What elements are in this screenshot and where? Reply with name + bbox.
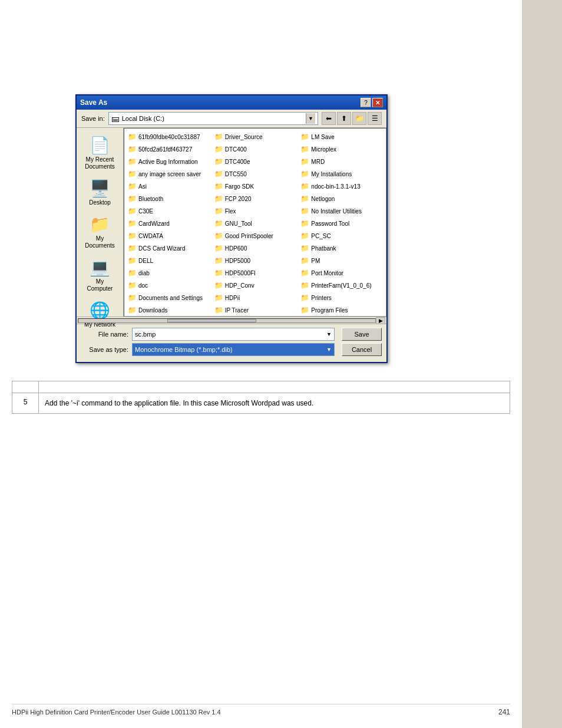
nav-desktop[interactable]: 🖥️ Desktop <box>80 176 121 209</box>
title-buttons: ? ✕ <box>361 98 383 107</box>
list-item[interactable]: 📁Port Monitor <box>299 267 384 279</box>
footer-buttons-2: Cancel <box>342 343 382 356</box>
list-item[interactable]: 📁Flex <box>213 205 297 217</box>
folder-icon: 📁 <box>300 195 309 203</box>
folder-icon: 📁 <box>128 256 137 265</box>
list-item[interactable]: 📁MRD <box>299 156 384 167</box>
folder-icon: 📁 <box>300 182 309 190</box>
nav-recent-docs[interactable]: 📄 My Recent Documents <box>80 133 121 173</box>
nav-my-documents[interactable]: 📁 My Documents <box>80 212 121 252</box>
folder-icon: 📁 <box>300 306 309 314</box>
list-item[interactable]: 📁Netlogon <box>299 193 384 205</box>
list-item[interactable]: 📁LM Save <box>299 131 384 143</box>
savetype-arrow[interactable]: ▼ <box>326 347 332 353</box>
list-item[interactable]: 📁Bluetooth <box>127 193 211 205</box>
file-name: MRD <box>311 159 325 165</box>
list-item[interactable]: 📁PrinterFarn(V1_0_0_6) <box>299 279 384 291</box>
list-item[interactable]: 📁50fcd2a61fdf463727 <box>127 143 211 155</box>
nav-my-network[interactable]: 🌐 My Network <box>80 298 121 331</box>
scrollbar-thumb[interactable] <box>167 319 256 322</box>
list-item[interactable]: 📁Microplex <box>299 143 384 155</box>
file-name: Good PrintSpooler <box>225 233 273 239</box>
close-button[interactable]: ✕ <box>372 98 383 107</box>
list-item[interactable]: 📁FCP 2020 <box>213 193 297 205</box>
savetype-combo[interactable]: Monochrome Bitmap (*.bmp;*.dib) ▼ <box>132 343 335 356</box>
list-item[interactable]: 📁any image screen saver <box>127 168 211 180</box>
scrollbar-track[interactable] <box>78 318 376 323</box>
cancel-button[interactable]: Cancel <box>342 343 382 356</box>
combo-arrow[interactable]: ▼ <box>306 113 315 124</box>
list-item[interactable]: 📁Phatbank <box>299 242 384 254</box>
list-item[interactable]: 📁Documents and Settings <box>127 292 211 304</box>
file-name: DELL <box>138 258 153 264</box>
list-item[interactable]: 📁Program Files <box>299 304 384 316</box>
toolbar-buttons: ⬅ ⬆ 📁 ☰ <box>322 112 382 125</box>
nav-my-computer-label: My Computer <box>84 278 117 292</box>
list-item[interactable]: 📁IP Tracer <box>213 304 297 316</box>
list-item[interactable]: 📁61fb90fdbe40c0c31887 <box>127 131 211 143</box>
folder-icon: 📁 <box>300 157 309 166</box>
file-name: My Installations <box>311 171 352 177</box>
new-folder-button[interactable]: 📁 <box>352 112 366 125</box>
save-in-combo[interactable]: 🖴 Local Disk (C:) ▼ <box>108 112 318 125</box>
file-name: C30E <box>138 208 153 215</box>
save-in-label: Save in: <box>81 115 105 122</box>
file-name: Password Tool <box>311 220 349 227</box>
file-name: Program Files <box>311 307 348 314</box>
file-name: Microplex <box>311 146 336 153</box>
scroll-right-button[interactable]: ▶ <box>376 317 385 324</box>
list-item[interactable]: 📁HDP5000FI <box>213 267 297 279</box>
save-button[interactable]: Save <box>342 328 382 341</box>
folder-icon: 📁 <box>214 157 223 166</box>
list-item[interactable]: 📁C30E <box>127 205 211 217</box>
page-footer: HDPii High Definition Card Printer/Encod… <box>12 704 510 716</box>
list-item[interactable]: 📁Good PrintSpooler <box>213 230 297 242</box>
folder-icon: 📁 <box>300 269 309 277</box>
nav-my-computer[interactable]: 💻 My Computer <box>80 255 121 295</box>
list-item[interactable]: 📁DTC400e <box>213 156 297 167</box>
list-item[interactable]: 📁DCS Card Wizard <box>127 242 211 254</box>
list-item[interactable]: 📁PM <box>299 255 384 266</box>
header-row <box>12 381 510 393</box>
list-item[interactable]: 📁HDPii <box>213 292 297 304</box>
list-item[interactable]: 📁My Installations <box>299 168 384 180</box>
up-button[interactable]: ⬆ <box>337 112 351 125</box>
list-item[interactable]: 📁DTC550 <box>213 168 297 180</box>
file-list[interactable]: 📁61fb90fdbe40c0c31887📁Driver_Source📁LM S… <box>124 128 386 317</box>
file-name: Port Monitor <box>311 270 343 276</box>
scrollbar-area[interactable]: ▶ <box>77 317 386 324</box>
list-item[interactable]: 📁CWDATA <box>127 230 211 242</box>
list-item[interactable]: 📁CardWizard <box>127 218 211 229</box>
list-item[interactable]: 📁HDP_Conv <box>213 279 297 291</box>
folder-icon: 📁 <box>128 157 137 166</box>
list-item[interactable]: 📁Asi <box>127 180 211 192</box>
filename-arrow[interactable]: ▼ <box>326 331 332 337</box>
list-item[interactable]: 📁doc <box>127 279 211 291</box>
list-item[interactable]: 📁HDP5000 <box>213 255 297 266</box>
filename-input[interactable]: sc.bmp ▼ <box>132 328 335 341</box>
file-name: HDP_Conv <box>225 282 254 289</box>
list-item[interactable]: 📁ndoc-bin-1.3.1-v13 <box>299 180 384 192</box>
list-item[interactable]: 📁HDP600 <box>213 242 297 254</box>
file-name: PC_SC <box>311 233 330 239</box>
list-item[interactable]: 📁diab <box>127 267 211 279</box>
folder-icon: 📁 <box>128 281 137 289</box>
list-item[interactable]: 📁Fargo SDK <box>213 180 297 192</box>
file-name: Flex <box>225 208 236 215</box>
list-item[interactable]: 📁Active Bug Information <box>127 156 211 167</box>
list-item[interactable]: 📁DELL <box>127 255 211 266</box>
list-item[interactable]: 📁Password Tool <box>299 218 384 229</box>
help-button[interactable]: ? <box>361 98 371 107</box>
list-item[interactable]: 📁PC_SC <box>299 230 384 242</box>
list-item[interactable]: 📁Printers <box>299 292 384 304</box>
savetype-label: Save as type: <box>81 346 128 353</box>
save-in-value: Local Disk (C:) <box>122 115 164 122</box>
file-name: HDP5000 <box>225 258 250 264</box>
list-item[interactable]: 📁DTC400 <box>213 143 297 155</box>
list-item[interactable]: 📁No Installer Utilities <box>299 205 384 217</box>
list-item[interactable]: 📁Driver_Source <box>213 131 297 143</box>
back-button[interactable]: ⬅ <box>322 112 336 125</box>
list-item[interactable]: 📁Downloads <box>127 304 211 316</box>
view-button[interactable]: ☰ <box>368 112 382 125</box>
list-item[interactable]: 📁GNU_Tool <box>213 218 297 229</box>
